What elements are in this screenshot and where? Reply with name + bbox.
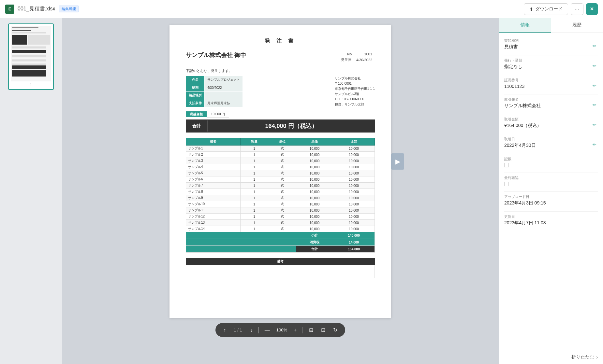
- cell-name: サンプル14: [186, 226, 241, 232]
- table-row: サンプル14 1 式 10,000 10,000: [186, 226, 375, 232]
- divider: [504, 154, 598, 154]
- cell-qty: 1: [240, 183, 268, 189]
- rotate-button[interactable]: ↻: [331, 326, 340, 334]
- col-header-unit: 単位: [268, 138, 296, 146]
- sender-contact: 担当：サンプル太郎: [335, 102, 375, 107]
- header-right: ⬆ ダウンロード ··· ×: [524, 3, 598, 15]
- remarks-header: 備考: [186, 258, 375, 265]
- fit-height-button[interactable]: ⊡: [318, 326, 328, 334]
- cell-amount: 10,000: [333, 214, 375, 220]
- cell-unit: 式: [268, 220, 296, 226]
- cell-unit: 式: [268, 201, 296, 207]
- info-section-kichou: 記帳: [504, 157, 598, 167]
- table-row: サンプル10 1 式 10,000 10,000: [186, 201, 375, 207]
- doc-number-section: No 1001 発注日 4/30/2022: [338, 51, 375, 63]
- table-row: サンプル8 1 式 10,000 10,000: [186, 189, 375, 195]
- cell-price: 10,000: [296, 214, 333, 220]
- label-trade-date: 取引日: [504, 137, 598, 142]
- collapse-icon: ›: [596, 355, 598, 360]
- download-button[interactable]: ⬆ ダウンロード: [524, 3, 568, 15]
- nav-arrow[interactable]: ▶: [391, 153, 404, 170]
- edit-icon-partner-name[interactable]: ✏: [593, 102, 596, 107]
- table-row: サンプル13 1 式 10,000 10,000: [186, 220, 375, 226]
- edit-icon-voucher-number[interactable]: ✏: [593, 83, 596, 88]
- cell-unit: 式: [268, 214, 296, 220]
- page-up-button[interactable]: ↑: [221, 326, 228, 334]
- thumbnail-page-number: 1: [11, 83, 51, 87]
- edit-icon-trade-date[interactable]: ✏: [593, 142, 596, 147]
- value-partner-name: サンプル株式会社: [504, 103, 598, 109]
- header-left: E 001_見積書.xlsx 編集可能: [5, 5, 524, 14]
- cell-name: サンプル4: [186, 164, 241, 170]
- main-content: 1 発 注 書 サンプル株式会社 御中 No 1001 発注日: [0, 18, 603, 364]
- cell-amount: 10,000: [333, 176, 375, 183]
- project-label-2: 納品場所: [186, 91, 205, 99]
- cell-qty: 1: [240, 207, 268, 214]
- cell-unit: 式: [268, 195, 296, 201]
- info-section-voucher-number: 証憑番号 11001123 ✏: [504, 78, 598, 89]
- more-button[interactable]: ···: [571, 3, 583, 15]
- cell-qty: 1: [240, 152, 268, 158]
- edit-icon-issue-type[interactable]: ✏: [593, 63, 596, 68]
- total-label: 合計: [186, 120, 208, 132]
- cell-price: 10,000: [296, 158, 333, 164]
- col-header-amount: 金額: [333, 138, 375, 146]
- cell-qty: 1: [240, 158, 268, 164]
- tab-history[interactable]: 履歴: [551, 18, 603, 33]
- divider: [504, 55, 598, 55]
- table-row: サンプル6 1 式 10,000 10,000: [186, 176, 375, 183]
- project-value-1: 4/30/2022: [205, 84, 243, 91]
- table-row: サンプル5 1 式 10,000 10,000: [186, 170, 375, 176]
- right-panel-footer[interactable]: 折りたたむ ›: [499, 350, 603, 364]
- cell-qty: 1: [240, 195, 268, 201]
- label-saishu: 最終確認: [504, 175, 598, 180]
- items-tbody: サンプル1 1 式 10,000 10,000 サンプル2 1 式 10,000…: [186, 146, 375, 232]
- page-down-button[interactable]: ↓: [247, 326, 255, 334]
- col-header-name: 摘要: [186, 138, 241, 146]
- value-amount: ¥164,000（税込）: [504, 123, 598, 129]
- kichou-checkbox[interactable]: [504, 163, 509, 167]
- sender-address1: 東京都千代田区千代田1-1-1: [335, 86, 375, 91]
- table-row: サンプル9 1 式 10,000 10,000: [186, 195, 375, 201]
- zoom-out-button[interactable]: —: [262, 326, 272, 334]
- cell-name: サンプル3: [186, 158, 241, 164]
- edit-icon-document-type[interactable]: ✏: [593, 43, 596, 49]
- cell-price: 10,000: [296, 201, 333, 207]
- cell-unit: 式: [268, 158, 296, 164]
- cell-amount: 10,000: [333, 226, 375, 232]
- cell-qty: 1: [240, 164, 268, 170]
- tab-info[interactable]: 情報: [499, 18, 551, 33]
- cell-name: サンプル12: [186, 214, 241, 220]
- doc-viewer[interactable]: 発 注 書 サンプル株式会社 御中 No 1001 発注日 4/30/2022: [62, 18, 499, 364]
- table-row: サンプル1 1 式 10,000 10,000: [186, 146, 375, 152]
- sender-name: サンプル株式会社: [335, 76, 375, 81]
- remarks-body: [186, 265, 375, 278]
- subtotal-value: 10,000 円: [207, 111, 229, 118]
- cell-name: サンプル13: [186, 220, 241, 226]
- company-to: サンプル株式会社 御中: [186, 51, 246, 59]
- close-button[interactable]: ×: [586, 3, 598, 15]
- cell-amount: 10,000: [333, 189, 375, 195]
- project-label-1: 納期: [186, 84, 205, 91]
- table-row: サンプル3 1 式 10,000 10,000: [186, 158, 375, 164]
- right-panel-tabs: 情報 履歴: [499, 18, 603, 33]
- cell-amount: 10,000: [333, 195, 375, 201]
- page-indicator: 1 / 1: [231, 328, 244, 332]
- label-amount: 取引金額: [504, 117, 598, 122]
- cell-qty: 1: [240, 214, 268, 220]
- total-row: 合計 164,000 円（税込）: [186, 119, 375, 133]
- zoom-in-button[interactable]: +: [291, 326, 299, 334]
- cell-name: サンプル6: [186, 176, 241, 183]
- cell-unit: 式: [268, 176, 296, 183]
- thumbnail-item[interactable]: 1: [8, 23, 54, 90]
- items-table: 摘要 数量 単位 単価 金額 サンプル1 1 式 10,000 10,000 サ…: [186, 138, 375, 253]
- cell-amount: 10,000: [333, 152, 375, 158]
- excel-icon: E: [5, 5, 14, 14]
- edit-icon-amount[interactable]: ✏: [593, 122, 596, 127]
- fit-width-button[interactable]: ⊟: [306, 326, 316, 334]
- value-issue-type: 指定なし: [504, 64, 598, 70]
- saishu-checkbox[interactable]: [504, 182, 509, 186]
- divider: [504, 191, 598, 192]
- project-value-2: [205, 91, 243, 99]
- doc-info-section: 件名 サンプルプロジェクト 納期 4/30/2022 納品場所 支払条件 月末締…: [186, 76, 375, 107]
